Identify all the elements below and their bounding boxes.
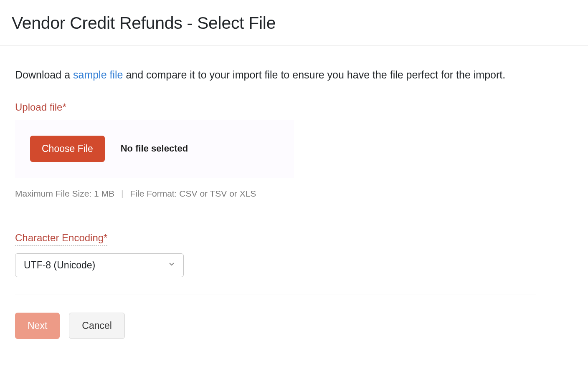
no-file-selected-text: No file selected	[121, 143, 188, 154]
upload-file-label: Upload file*	[15, 101, 536, 113]
encoding-select-wrapper: UTF-8 (Unicode)	[15, 253, 184, 277]
encoding-selected-value: UTF-8 (Unicode)	[24, 260, 95, 271]
encoding-section: Character Encoding* UTF-8 (Unicode)	[15, 232, 536, 277]
cancel-button[interactable]: Cancel	[69, 313, 125, 339]
max-file-size-text: Maximum File Size: 1 MB	[15, 189, 114, 199]
upload-section: Upload file* Choose File No file selecte…	[15, 101, 536, 199]
helper-prefix: Download a	[15, 69, 73, 81]
separator: |	[121, 189, 123, 199]
page-header: Vendor Credit Refunds - Select File	[0, 0, 588, 46]
choose-file-button[interactable]: Choose File	[30, 136, 105, 162]
character-encoding-label: Character Encoding*	[15, 232, 107, 246]
upload-box: Choose File No file selected	[15, 120, 294, 178]
footer-actions: Next Cancel	[15, 295, 536, 339]
file-info-row: Maximum File Size: 1 MB | File Format: C…	[15, 189, 536, 199]
page-title: Vendor Credit Refunds - Select File	[12, 13, 576, 33]
file-format-text: File Format: CSV or TSV or XLS	[130, 189, 256, 199]
helper-suffix: and compare it to your import file to en…	[123, 69, 505, 81]
character-encoding-select[interactable]: UTF-8 (Unicode)	[15, 253, 184, 277]
next-button[interactable]: Next	[15, 313, 60, 339]
content-area: Download a sample file and compare it to…	[0, 46, 551, 351]
sample-file-link[interactable]: sample file	[73, 69, 123, 81]
helper-text: Download a sample file and compare it to…	[15, 67, 536, 83]
